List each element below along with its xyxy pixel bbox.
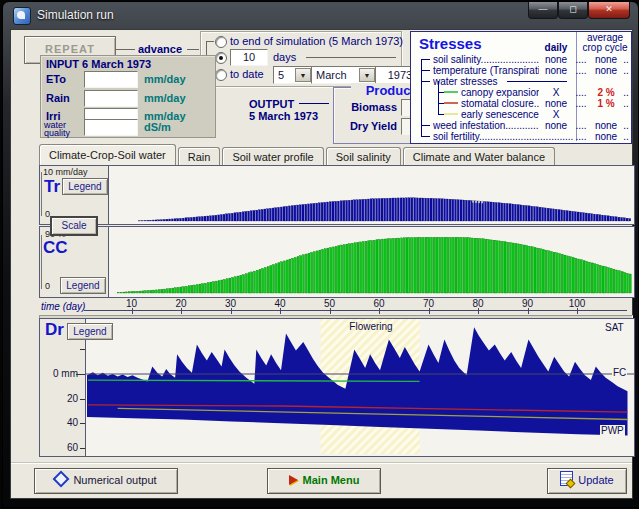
cc-ymin-label: 0 xyxy=(45,281,50,291)
date-month-value: March xyxy=(316,69,347,81)
cc-axis-title: CC xyxy=(43,238,68,258)
time-tick xyxy=(577,308,578,314)
eto-input[interactable] xyxy=(84,71,138,88)
water-quality-unit: dS/m xyxy=(144,121,171,133)
radio-to-end[interactable] xyxy=(215,36,227,48)
output-rule xyxy=(299,103,329,104)
stress-label: early senescence xyxy=(461,109,539,120)
dots: .... xyxy=(573,87,589,98)
date-month-select[interactable]: March ▼ xyxy=(311,66,377,84)
time-axis-line xyxy=(84,310,627,311)
dots: .... xyxy=(573,54,589,65)
dots: .... xyxy=(573,131,589,142)
days-input[interactable]: 10 xyxy=(230,49,268,66)
cc-legend-button[interactable]: Legend xyxy=(60,277,106,294)
stresses-panel: Stresses daily average crop cycle soil s… xyxy=(410,31,632,144)
water-quality-label-2: quality xyxy=(44,128,70,138)
minimize-button[interactable]: — xyxy=(528,2,558,19)
chevron-down-icon[interactable]: ▼ xyxy=(295,68,311,82)
stress-row: soil fertility..........................… xyxy=(411,131,631,142)
stress-label: canopy expansion xyxy=(461,87,539,98)
time-axis-label: time (day) xyxy=(41,301,85,312)
date-day-value: 5 xyxy=(278,69,284,81)
window-title: Simulation run xyxy=(37,8,114,22)
dots: .... xyxy=(573,98,589,109)
tab-soil-salinity[interactable]: Soil salinity xyxy=(326,147,401,166)
stress-label: water stresses xyxy=(433,76,497,87)
stress-label: stomatal closure xyxy=(461,98,534,109)
main-menu-icon xyxy=(289,475,298,485)
rain-input[interactable] xyxy=(84,90,138,107)
advance-connector-left xyxy=(115,49,135,50)
flowering-label: Flowering xyxy=(318,321,424,332)
dots: .. xyxy=(621,131,631,142)
stress-daily: none xyxy=(539,98,573,109)
input-panel-header: INPUT 6 March 1973 xyxy=(46,58,151,70)
stress-label: temperature (Transpiration) xyxy=(433,65,539,76)
stress-avg: 1 % xyxy=(589,98,623,109)
stress-row: weed infestation........................… xyxy=(411,120,631,131)
dots: .. xyxy=(621,54,631,65)
tr-plot xyxy=(108,166,634,224)
time-tick xyxy=(280,308,281,314)
dr-plot: Flowering SAT FC PWP xyxy=(85,319,634,456)
update-icon xyxy=(560,471,573,486)
chevron-down-icon[interactable]: ▼ xyxy=(359,68,375,82)
dr-ytick-40: 40 xyxy=(46,417,78,428)
stress-avg: none xyxy=(589,120,623,131)
stress-avg: 2 % xyxy=(589,87,623,98)
title-bar[interactable]: Simulation run — ◻ ✕ xyxy=(3,2,638,28)
tab-rain[interactable]: Rain xyxy=(178,147,221,166)
cc-chart xyxy=(109,227,634,295)
stress-label: soil fertility xyxy=(433,131,479,142)
stress-daily: X xyxy=(539,87,573,98)
stresses-col-avg-2: crop cycle xyxy=(579,42,631,53)
radio-to-date[interactable] xyxy=(215,69,227,81)
tr-scale-button[interactable]: Scale xyxy=(50,216,98,236)
numerical-output-button[interactable]: Numerical output xyxy=(34,468,178,494)
dots: .................................... xyxy=(481,54,539,65)
tab-bar: Climate-Crop-Soil waterRainSoil water pr… xyxy=(39,144,628,165)
tab-climate-and-water-balance[interactable]: Climate and Water balance xyxy=(403,147,555,166)
date-day-select[interactable]: 5 ▼ xyxy=(273,66,313,84)
time-tick xyxy=(231,308,232,314)
dr-chart xyxy=(86,319,634,454)
tab-soil-water-profile[interactable]: Soil water profile xyxy=(222,147,323,166)
stress-row: stomatal closure.................none...… xyxy=(411,98,631,109)
stress-label: soil salinity xyxy=(433,54,481,65)
cc-y-axis xyxy=(41,235,42,289)
app-icon xyxy=(13,7,31,25)
update-button[interactable]: Update xyxy=(547,468,627,494)
to-date-label: to date xyxy=(230,68,264,80)
tr-legend-button[interactable]: Legend xyxy=(62,178,108,195)
stresses-col-daily: daily xyxy=(539,42,573,53)
stress-daily: X xyxy=(539,109,573,120)
dots: .... xyxy=(573,120,589,131)
client-area: REPEAT advance to end of simulation (5 M… xyxy=(10,29,633,499)
dr-legend-button[interactable]: Legend xyxy=(67,323,113,340)
dots: .... xyxy=(573,65,589,76)
tr-chart xyxy=(109,166,634,222)
stress-row: canopy expansion................X....2 %… xyxy=(411,87,631,98)
tr-y-axis xyxy=(41,172,42,216)
stress-row: early senescence..............X xyxy=(411,109,631,120)
stress-label: weed infestation xyxy=(433,120,505,131)
radio-days[interactable] xyxy=(215,52,227,64)
advance-label: advance xyxy=(138,43,182,55)
dry-yield-label: Dry Yield xyxy=(341,120,397,132)
stress-daily: none xyxy=(539,54,573,65)
close-button[interactable]: ✕ xyxy=(588,2,630,19)
water-quality-input[interactable] xyxy=(84,119,138,136)
sat-label: SAT xyxy=(604,322,625,333)
tab-climate-crop-soil-water[interactable]: Climate-Crop-Soil water xyxy=(39,144,176,165)
maximize-button[interactable]: ◻ xyxy=(558,2,588,19)
main-menu-label: Main Menu xyxy=(303,474,360,486)
time-tick xyxy=(528,308,529,314)
time-axis: time (day) 102030405060708090100 xyxy=(39,297,633,318)
rain-unit: mm/day xyxy=(144,92,186,104)
fc-label: FC xyxy=(612,367,627,378)
main-menu-button[interactable]: Main Menu xyxy=(267,468,381,494)
dr-ytick-0mm: 0 mm xyxy=(46,368,78,379)
cc-chart-panel: 90 % CC 0 Legend xyxy=(39,226,635,298)
tr-ymax-label: 10 mm/day xyxy=(43,167,88,177)
